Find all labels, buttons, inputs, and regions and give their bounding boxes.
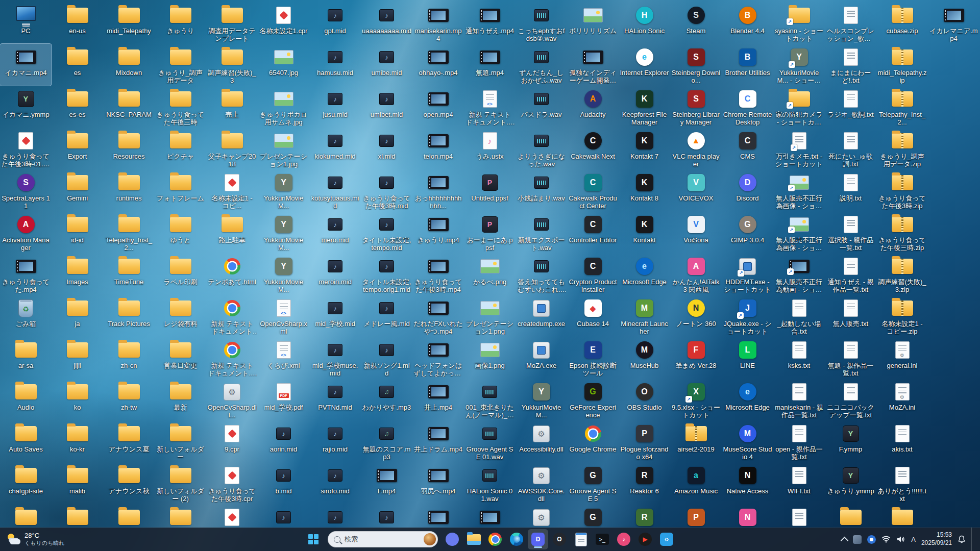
desktop-icon[interactable] xyxy=(0,504,52,528)
desktop-icon[interactable]: おっhhhhhhhhhhhh... xyxy=(412,169,464,211)
desktop-icon[interactable]: ◆Cubase 14 xyxy=(567,295,619,337)
desktop-icon[interactable]: 死にたい_ゅ歌詞.txt xyxy=(825,128,876,169)
desktop-icon[interactable]: YYukkuriMovieM... xyxy=(258,169,309,211)
desktop-icon[interactable]: en-us xyxy=(52,2,103,44)
desktop-icon[interactable]: 調声練習(失敗)_3.zip xyxy=(876,253,928,295)
desktop-icon[interactable]: Accessibility.dll xyxy=(516,420,567,462)
desktop-icon[interactable]: YYukkuriMovieM... xyxy=(258,211,309,253)
desktop-icon[interactable]: NKSC_PARAM xyxy=(103,86,155,128)
taskbar-obs-studio[interactable]: O xyxy=(549,529,570,549)
desktop-icon[interactable]: PC xyxy=(0,2,52,44)
desktop-icon[interactable]: PPlogue sforzando x64 xyxy=(619,420,670,462)
desktop-icon[interactable]: プレゼンテーション1.jpg xyxy=(258,128,309,169)
taskbar-notepad[interactable] xyxy=(571,529,591,549)
desktop-icon[interactable]: createdump.exe xyxy=(516,295,567,337)
desktop-icon[interactable]: 孤独なインディーゲーム開発者の一生... xyxy=(567,44,619,86)
desktop-icon[interactable]: zh-cn xyxy=(103,337,155,379)
desktop-icon[interactable]: ありがとう!!!!!!.txt xyxy=(876,462,928,504)
desktop-icon[interactable]: kiokumed.mid xyxy=(309,128,361,169)
desktop-icon[interactable]: KKontakt 7 xyxy=(619,128,670,169)
desktop-icon[interactable]: 名称未設定1 - コピ... xyxy=(206,169,258,211)
desktop-icon[interactable] xyxy=(206,504,258,528)
desktop-icon[interactable]: レジ袋有料 xyxy=(155,295,206,337)
desktop-icon[interactable]: イカマニ.ymmp xyxy=(0,86,52,128)
desktop-icon[interactable]: きゅうり_調声用データ xyxy=(155,44,206,86)
taskbar-file-explorer[interactable] xyxy=(463,529,484,549)
desktop-icon[interactable]: ポリリリリズム xyxy=(567,2,619,44)
desktop-icon[interactable]: 通知うぜえ - 親作品一覧.txt xyxy=(825,253,876,295)
desktop-icon[interactable]: R xyxy=(619,504,670,528)
desktop-icon[interactable]: 最新 xyxy=(155,379,206,420)
desktop-icon[interactable]: hamusu.mid xyxy=(309,44,361,86)
desktop-icon[interactable]: ラベル印刷 xyxy=(155,253,206,295)
desktop-icon[interactable]: umibet.mid xyxy=(361,86,412,128)
desktop-icon[interactable]: aorin.mid xyxy=(258,420,309,462)
desktop-icon[interactable]: KKontakt 8 xyxy=(619,169,670,211)
desktop-icon[interactable]: LLINE xyxy=(722,337,773,379)
weather-widget[interactable]: 28°C くもりのち晴れ xyxy=(0,528,72,551)
start-button[interactable] xyxy=(303,529,324,549)
desktop-icon[interactable]: MoZA.exe xyxy=(516,337,567,379)
desktop-icon[interactable]: SSteinberg Library Manager xyxy=(670,86,722,128)
desktop-icon[interactable]: mero.mid xyxy=(309,211,361,253)
desktop-icon[interactable]: きゅうり.mp4 xyxy=(412,211,464,253)
taskbar-visual-studio-code[interactable]: ‹› xyxy=(656,529,677,549)
desktop-icon[interactable]: 新規エクスポート.wav xyxy=(516,211,567,253)
desktop-icon[interactable]: CCrypton Product Installer xyxy=(567,253,619,295)
desktop-icon[interactable]: open.mp4 xyxy=(412,86,464,128)
tray-app-icon-2[interactable] xyxy=(867,535,876,544)
desktop-icon[interactable]: general.ini xyxy=(876,337,928,379)
desktop-icon[interactable]: Images xyxy=(52,253,103,295)
desktop-icon[interactable] xyxy=(412,504,464,528)
desktop-icon[interactable]: かるべ.png xyxy=(464,253,516,295)
desktop-icon[interactable]: GGroove Agent SE 5 xyxy=(567,462,619,504)
wifi-icon[interactable] xyxy=(881,536,891,543)
desktop-icon[interactable]: イカレマニア.mp4 xyxy=(928,2,979,44)
desktop-icon[interactable] xyxy=(876,504,928,528)
desktop-icon[interactable]: Telepathy_Inst_2... xyxy=(103,211,155,253)
desktop-icon[interactable]: VVOICEVOX xyxy=(670,169,722,211)
desktop-icon[interactable]: eMicrosoft Edge xyxy=(722,379,773,420)
desktop-icon[interactable]: KKontakt xyxy=(619,211,670,253)
desktop-icon[interactable]: イカマニ.mp4 xyxy=(0,44,52,86)
desktop-icon[interactable]: OpenCvSharp.dll... xyxy=(206,379,258,420)
desktop-icon[interactable]: きゅうり食ってた午後3時.cpr xyxy=(206,462,258,504)
desktop-icon[interactable]: rajio.mid xyxy=(309,420,361,462)
desktop-icon[interactable]: 答え知っててもむずいわこれ.wav xyxy=(516,253,567,295)
desktop-icon[interactable]: CCakewalk Product Center xyxy=(567,169,619,211)
desktop-icon[interactable]: 路上駐車 xyxy=(206,211,258,253)
desktop-icon[interactable]: 羽尻へ.mp4 xyxy=(412,462,464,504)
desktop-icon[interactable]: きゅうり.ymmp xyxy=(825,462,876,504)
desktop-icon[interactable]: umibe.mid xyxy=(361,44,412,86)
desktop-icon[interactable]: CChrome Remote Desktop xyxy=(722,86,773,128)
desktop-icon[interactable]: 選択肢 - 親作品一覧.txt xyxy=(825,211,876,253)
desktop-icon[interactable]: アナウンス秋 xyxy=(103,462,155,504)
desktop-icon[interactable]: 井上ドラム.mp4 xyxy=(412,420,464,462)
desktop-icon[interactable]: Groove Agent SE 01.wav xyxy=(464,420,516,462)
desktop-icon[interactable]: 65407.jpg xyxy=(258,44,309,86)
notification-bell-icon[interactable] xyxy=(958,535,966,543)
desktop-icon[interactable]: mid_学校muse.mid xyxy=(309,337,361,379)
desktop-icon[interactable]: VVoiSona xyxy=(670,211,722,253)
taskbar-terminal[interactable] xyxy=(592,529,612,549)
desktop-icon[interactable]: PVTNd.mid xyxy=(309,379,361,420)
desktop-icon[interactable]: 画像1.png xyxy=(464,337,516,379)
desktop-icon[interactable]: まにまにわーど!.txt xyxy=(825,44,876,86)
desktop-icon[interactable]: ↗無人販売不正行為画像 - ショートカット xyxy=(773,211,825,253)
desktop-icon[interactable]: F.ymmp xyxy=(825,420,876,462)
desktop-icon[interactable]: きゅうり食ってた.mp4 xyxy=(0,253,52,295)
desktop-icon[interactable]: Untitled.ppsf xyxy=(464,169,516,211)
desktop-icon[interactable]: ピクチャ xyxy=(155,128,206,169)
desktop-icon[interactable]: meroin.mid xyxy=(309,253,361,295)
desktop-icon[interactable]: テンポあて.html xyxy=(206,253,258,295)
search-box[interactable]: 検索 xyxy=(328,531,438,547)
desktop-icon[interactable]: わかりやす.mp3 xyxy=(361,379,412,420)
desktop-icon[interactable]: manisekarin.mp4 xyxy=(412,2,464,44)
desktop-icon[interactable]: プレゼンテーション1.png xyxy=(464,295,516,337)
desktop-icon[interactable]: ↗家の防犯カメラ - ショートカット xyxy=(773,86,825,128)
desktop-icon[interactable]: es xyxy=(52,44,103,86)
desktop-icon[interactable]: MMuseScore Studio 4 xyxy=(722,420,773,462)
desktop-icon[interactable]: Google Chrome xyxy=(567,420,619,462)
desktop-icon[interactable]: KKeepforest File Manager xyxy=(619,86,670,128)
desktop-icon[interactable]: ごみ箱 xyxy=(0,295,52,337)
